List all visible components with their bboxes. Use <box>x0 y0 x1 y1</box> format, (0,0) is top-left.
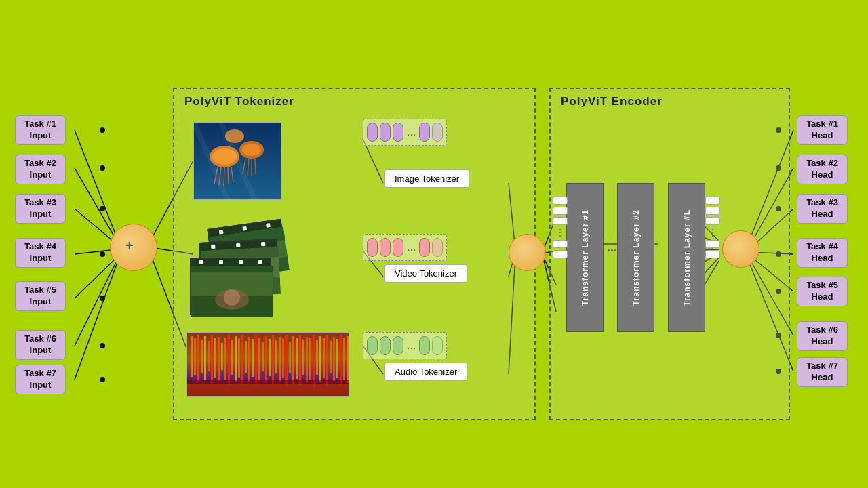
svg-point-76 <box>224 289 240 306</box>
svg-rect-99 <box>258 338 260 380</box>
transformer-dots-1: ... <box>607 241 617 255</box>
svg-rect-125 <box>347 336 349 383</box>
svg-rect-79 <box>191 336 193 377</box>
svg-rect-111 <box>299 336 301 385</box>
svg-rect-122 <box>336 339 338 378</box>
video-tokens: ... <box>363 234 447 261</box>
svg-rect-108 <box>289 342 291 373</box>
svg-point-60 <box>242 144 261 156</box>
task-head-1: Task #1Head <box>797 115 848 145</box>
svg-rect-93 <box>238 338 240 378</box>
task-input-5: Task #5Input <box>15 281 66 311</box>
svg-line-1 <box>75 168 117 241</box>
svg-rect-83 <box>204 336 206 380</box>
encoder-input-tokens: ⋮ <box>553 197 568 258</box>
svg-rect-92 <box>235 336 237 382</box>
audio-input <box>186 332 349 396</box>
svg-rect-124 <box>343 338 345 380</box>
svg-point-9 <box>100 206 105 211</box>
svg-rect-85 <box>211 336 213 384</box>
svg-rect-127 <box>187 384 349 396</box>
svg-point-10 <box>100 251 105 257</box>
svg-rect-80 <box>194 338 196 375</box>
svg-rect-102 <box>269 339 271 376</box>
svg-line-4 <box>75 258 117 298</box>
svg-rect-107 <box>285 335 288 386</box>
jellyfish-image <box>194 123 281 200</box>
task-input-7: Task #7Input <box>15 365 66 394</box>
svg-point-8 <box>100 165 105 171</box>
image-input <box>193 122 281 200</box>
video-input <box>190 217 305 325</box>
spectrogram <box>187 333 349 396</box>
task-head-2: Task #2Head <box>797 155 848 184</box>
task-input-2: Task #2Input <box>15 155 66 184</box>
svg-rect-110 <box>296 338 298 379</box>
right-output-circle <box>722 230 760 268</box>
left-merge-circle: + <box>110 224 157 271</box>
transformer-layer-2-label: Transformer Layer #2 <box>631 209 641 306</box>
svg-rect-106 <box>282 338 284 378</box>
svg-line-56 <box>224 167 224 186</box>
task-head-4: Task #4Head <box>797 238 848 268</box>
svg-rect-117 <box>319 336 321 382</box>
svg-point-13 <box>100 377 105 382</box>
svg-rect-123 <box>340 335 342 386</box>
svg-rect-114 <box>309 338 311 380</box>
svg-rect-121 <box>333 337 335 381</box>
plus-icon: + <box>125 238 134 253</box>
middle-merge-circle <box>509 234 546 271</box>
svg-rect-100 <box>262 342 264 371</box>
svg-line-6 <box>75 264 117 380</box>
audio-tokenizer-label: Audio Tokenizer <box>384 363 467 381</box>
svg-rect-84 <box>208 341 210 371</box>
transformer-layer-l-label: Transformer Layer #L <box>682 209 692 306</box>
svg-rect-81 <box>197 335 199 382</box>
svg-rect-91 <box>231 340 233 375</box>
svg-rect-97 <box>252 339 254 377</box>
encoder-title: PolyViT Encoder <box>561 95 663 108</box>
svg-rect-94 <box>241 336 243 385</box>
task-input-3: Task #3Input <box>15 194 66 224</box>
transformer-layer-2: Transformer Layer #2 <box>617 183 654 332</box>
task-head-3: Task #3Head <box>797 194 848 224</box>
svg-rect-82 <box>201 340 203 373</box>
tokenizer-title: PolyViT Tokenizer <box>184 95 294 108</box>
svg-rect-115 <box>313 335 315 387</box>
svg-point-11 <box>100 296 105 301</box>
svg-point-12 <box>100 343 105 348</box>
svg-point-7 <box>100 127 105 133</box>
svg-rect-109 <box>292 336 294 384</box>
svg-rect-118 <box>323 338 325 378</box>
svg-rect-116 <box>316 340 318 375</box>
svg-line-64 <box>255 159 256 174</box>
task-input-6: Task #6Input <box>15 330 66 360</box>
svg-line-5 <box>75 261 117 346</box>
svg-rect-98 <box>255 335 257 385</box>
svg-line-57 <box>228 167 229 184</box>
audio-tokens: ... <box>363 332 447 359</box>
image-tokenizer-label: Image Tokenizer <box>384 169 469 188</box>
transformer-layer-1: Transformer Layer #1 <box>566 183 604 332</box>
video-tokenizer-label: Video Tokenizer <box>384 264 467 283</box>
svg-rect-86 <box>214 338 216 378</box>
svg-rect-90 <box>228 335 230 386</box>
svg-rect-104 <box>275 340 277 373</box>
svg-rect-112 <box>302 340 304 375</box>
svg-rect-88 <box>221 343 223 370</box>
svg-rect-120 <box>330 341 332 373</box>
image-tokens: ... <box>363 119 447 146</box>
svg-rect-101 <box>265 336 267 383</box>
svg-rect-103 <box>272 336 274 384</box>
encoder-output-tokens: ⋮ <box>705 197 720 258</box>
svg-line-0 <box>75 130 117 237</box>
transformer-layer-1-label: Transformer Layer #1 <box>580 209 590 306</box>
task-head-7: Task #7Head <box>797 357 848 387</box>
svg-rect-89 <box>224 338 226 380</box>
task-input-1: Task #1Input <box>15 115 66 145</box>
diagram: ... PolyViT Tokenizer PolyViT Encoder Ta… <box>0 0 868 488</box>
svg-rect-105 <box>279 337 281 382</box>
svg-line-2 <box>75 209 117 244</box>
svg-rect-96 <box>248 337 250 382</box>
svg-rect-87 <box>218 337 220 381</box>
